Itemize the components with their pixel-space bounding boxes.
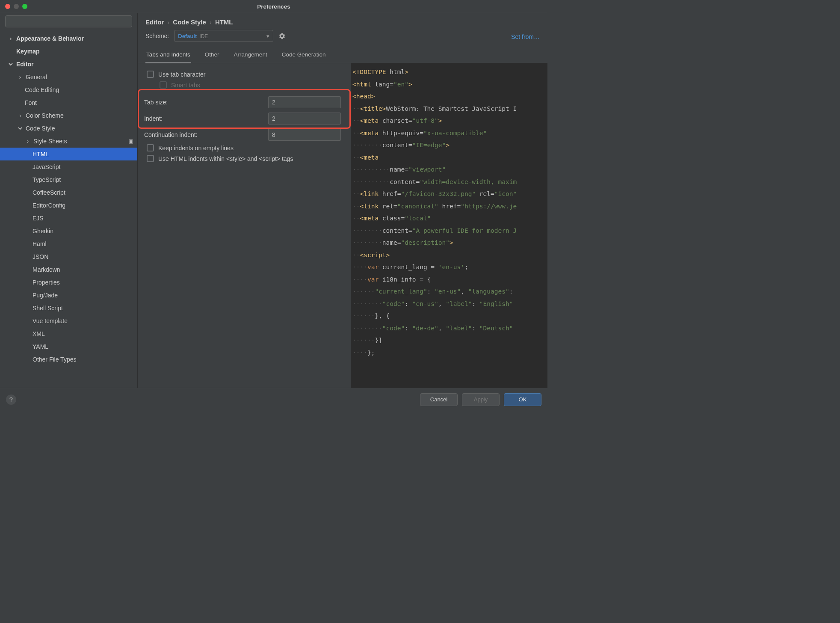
sidebar-item-editor[interactable]: Editor [0, 58, 137, 71]
sidebar-item-style-sheets[interactable]: ›Style Sheets▣ [0, 135, 137, 148]
traffic-lights [0, 4, 27, 9]
tab-other[interactable]: Other [204, 47, 220, 63]
scheme-name: Default [178, 33, 197, 39]
scheme-badge: IDE [199, 33, 208, 39]
chevron-right-icon: › [17, 74, 23, 80]
main-panel: Editor› Code Style› HTML Scheme: Default… [138, 13, 547, 388]
scheme-row: Scheme: DefaultIDE ▾ [138, 28, 293, 45]
gear-icon[interactable] [278, 33, 286, 40]
checkbox-icon [160, 81, 167, 89]
tab-arrangement[interactable]: Arrangement [233, 47, 268, 63]
sidebar-item-vue-template[interactable]: Vue template [0, 314, 137, 327]
checkbox-use-tab[interactable]: Use tab character [147, 71, 346, 78]
breadcrumb: Editor› Code Style› HTML [138, 13, 547, 28]
tab-code-generation[interactable]: Code Generation [281, 47, 327, 63]
zoom-window-icon[interactable] [22, 4, 27, 9]
row-continuation-indent: Continuation indent: [144, 129, 346, 141]
sidebar-item-coffeescript[interactable]: CoffeeScript [0, 186, 137, 199]
sidebar-item-properties[interactable]: Properties [0, 276, 137, 289]
sidebar-item-code-style[interactable]: Code Style [0, 122, 137, 135]
crumb: HTML [215, 18, 233, 26]
sidebar-item-yaml[interactable]: YAML [0, 340, 137, 353]
sidebar-item-pugjade[interactable]: Pug/Jade [0, 289, 137, 302]
sidebar-item-code-editing[interactable]: Code Editing [0, 83, 137, 96]
sidebar-item-markdown[interactable]: Markdown [0, 263, 137, 276]
apply-button: Apply [462, 393, 500, 406]
sidebar-item-gherkin[interactable]: Gherkin [0, 225, 137, 237]
minimize-window-icon [14, 4, 19, 9]
sidebar-item-html[interactable]: HTML [0, 148, 137, 160]
close-window-icon[interactable] [5, 4, 10, 9]
sidebar-item-color-scheme[interactable]: ›Color Scheme [0, 109, 137, 122]
checkbox-keep-indents[interactable]: Keep indents on empty lines [147, 144, 346, 151]
chevron-right-icon: › [17, 112, 23, 119]
scheme-label: Scheme: [145, 33, 169, 39]
sidebar-item-ejs[interactable]: EJS [0, 212, 137, 225]
sidebar-item-other-file-types[interactable]: Other File Types [0, 353, 137, 366]
tabs-bar: Tabs and Indents Other Arrangement Code … [138, 47, 547, 63]
chevron-right-icon: › [210, 18, 212, 26]
chevron-down-icon [8, 62, 14, 66]
annotation-highlight-box [138, 89, 351, 129]
sidebar-item-json[interactable]: JSON [0, 250, 137, 263]
window-title: Preferences [257, 3, 290, 10]
chevron-right-icon: › [8, 35, 14, 42]
ok-button[interactable]: OK [504, 393, 541, 406]
checkbox-html-indents[interactable]: Use HTML indents within <style> and <scr… [147, 155, 346, 162]
chevron-right-icon: › [167, 18, 169, 26]
checkbox-icon [147, 155, 154, 162]
scheme-select[interactable]: DefaultIDE ▾ [174, 30, 273, 42]
sidebar-item-appearance[interactable]: ›Appearance & Behavior [0, 32, 137, 45]
form-column: Use tab character Smart tabs Tab size: I… [138, 63, 351, 388]
sidebar-item-typescript[interactable]: TypeScript [0, 173, 137, 186]
chevron-right-icon: › [25, 138, 31, 145]
dropdown-arrow-icon: ▾ [266, 33, 269, 39]
sidebar-item-xml[interactable]: XML [0, 327, 137, 340]
search-input[interactable] [5, 15, 132, 27]
tab-tabs-indents[interactable]: Tabs and Indents [145, 47, 191, 63]
crumb[interactable]: Editor [145, 18, 164, 26]
titlebar: Preferences [0, 0, 547, 13]
footer: ? Cancel Apply OK [0, 388, 547, 411]
checkbox-smart-tabs: Smart tabs [160, 81, 346, 89]
help-button[interactable]: ? [6, 395, 16, 405]
checkbox-icon [147, 144, 154, 151]
code-preview[interactable]: <!DOCTYPE html> <html lang="en"> <head> … [351, 63, 547, 388]
crumb[interactable]: Code Style [173, 18, 206, 26]
cancel-button[interactable]: Cancel [420, 393, 458, 406]
sidebar-item-font[interactable]: Font [0, 96, 137, 109]
sidebar-item-haml[interactable]: Haml [0, 237, 137, 250]
sidebar-item-editorconfig[interactable]: EditorConfig [0, 199, 137, 212]
chevron-down-icon [17, 126, 23, 131]
sidebar-item-shell-script[interactable]: Shell Script [0, 302, 137, 314]
settings-tree: ›Appearance & Behavior Keymap Editor ›Ge… [0, 30, 137, 388]
sidebar-item-javascript[interactable]: JavaScript [0, 160, 137, 173]
sidebar: ›Appearance & Behavior Keymap Editor ›Ge… [0, 13, 138, 388]
checkbox-icon [147, 71, 154, 78]
sidebar-item-general[interactable]: ›General [0, 71, 137, 83]
sidebar-item-keymap[interactable]: Keymap [0, 45, 137, 58]
input-continuation-indent[interactable] [268, 129, 341, 141]
overridden-indicator-icon: ▣ [128, 138, 133, 144]
set-from-link[interactable]: Set from… [503, 31, 547, 43]
